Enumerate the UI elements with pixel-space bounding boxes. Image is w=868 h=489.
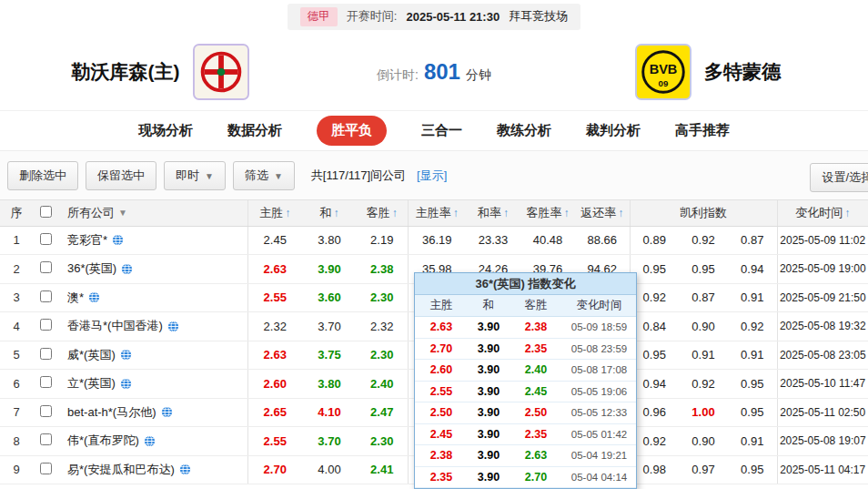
row-checkbox[interactable]: [40, 376, 52, 388]
bayer-leverkusen-logo: [193, 44, 249, 100]
row-select-cell: [33, 427, 58, 456]
settings-select-button[interactable]: 设置/选择: [810, 163, 868, 192]
keep-selected-button[interactable]: 保留选中: [86, 161, 156, 190]
home-odds[interactable]: 2.55: [247, 427, 302, 456]
sort-up-icon: ↑: [334, 207, 339, 219]
draw-odds[interactable]: 3.90: [302, 255, 357, 284]
tab-expert-recommend[interactable]: 高手推荐: [675, 122, 730, 139]
away-odds[interactable]: 2.30: [357, 283, 408, 312]
draw-odds[interactable]: 3.60: [302, 283, 357, 312]
row-checkbox[interactable]: [40, 433, 52, 445]
popup-rows: 2.63 3.90 2.38 05-09 18:59 2.70 3.90 2.3…: [415, 317, 636, 488]
col-change-time[interactable]: 变化时间↑: [777, 200, 868, 226]
countdown-unit: 分钟: [466, 67, 491, 84]
row-checkbox[interactable]: [40, 348, 52, 360]
table-header-row: 序 所有公司▼ 主胜↑ 和↑ 客胜↑ 主胜率↑ 和率↑ 客胜率↑ 返还率↑ 凯利…: [0, 200, 868, 226]
popup-row: 2.45 3.90 2.35 05-05 01:42: [415, 424, 636, 446]
col-draw-rate[interactable]: 和率↑: [466, 200, 520, 226]
home-win-rate: 36.19: [408, 226, 466, 255]
row-checkbox[interactable]: [40, 233, 52, 245]
away-odds[interactable]: 2.41: [357, 455, 408, 484]
away-odds[interactable]: 2.32: [357, 312, 408, 341]
draw-odds[interactable]: 4.00: [302, 455, 357, 484]
row-checkbox[interactable]: [40, 319, 52, 331]
company-cell[interactable]: 易*(安提瓜和巴布达): [58, 455, 247, 484]
home-odds[interactable]: 2.63: [247, 341, 302, 370]
team-header: 勒沃库森(主) 倒计时: 801 分钟 BVB: [0, 33, 868, 111]
away-odds[interactable]: 2.19: [357, 226, 408, 255]
col-draw-odds[interactable]: 和↑: [302, 200, 357, 226]
sort-up-icon: ↑: [844, 207, 850, 219]
popup-away-odds: 2.35: [510, 342, 562, 355]
company-cell[interactable]: 36*(英国): [58, 255, 247, 284]
company-cell[interactable]: 香港马*(中国香港): [58, 312, 247, 341]
filter-dropdown-icon[interactable]: ▼: [118, 208, 127, 218]
row-checkbox[interactable]: [40, 405, 52, 417]
away-odds[interactable]: 2.30: [357, 341, 408, 370]
globe-icon: [120, 378, 132, 390]
popup-home-odds: 2.35: [415, 471, 468, 484]
draw-odds[interactable]: 3.80: [302, 226, 357, 255]
tab-coach-analysis[interactable]: 教练分析: [497, 122, 551, 139]
home-odds[interactable]: 2.70: [247, 455, 302, 484]
home-odds[interactable]: 2.60: [247, 370, 302, 399]
tab-referee-analysis[interactable]: 裁判分析: [586, 122, 641, 139]
row-index: 8: [0, 427, 33, 456]
kickoff-time: 2025-05-11 21:30: [406, 10, 500, 24]
col-return-rate[interactable]: 返还率↑: [575, 200, 630, 226]
company-cell[interactable]: bet-at-h*(马尔他): [58, 398, 247, 427]
col-company[interactable]: 所有公司▼: [58, 200, 247, 226]
away-odds[interactable]: 2.38: [357, 255, 408, 284]
table-row: 1 竞彩官* 2.45 3.80 2.19 36.19 23.33 40.48 …: [0, 226, 868, 255]
popup-row: 2.50 3.90 2.50 05-05 12:33: [415, 402, 636, 424]
globe-icon: [167, 321, 179, 332]
globe-icon: [88, 291, 100, 303]
company-cell[interactable]: 威*(英国): [58, 341, 247, 370]
popup-change-time: 05-05 19:06: [562, 386, 636, 397]
globe-icon: [121, 263, 133, 275]
tab-data-analysis[interactable]: 数据分析: [227, 122, 282, 139]
filter-dropdown[interactable]: 筛选▼: [233, 161, 295, 190]
draw-odds[interactable]: 3.75: [302, 341, 357, 370]
change-time: 2025-05-11 02:50: [777, 398, 868, 427]
select-all-checkbox[interactable]: [40, 206, 52, 218]
away-odds[interactable]: 2.47: [357, 398, 408, 427]
league-badge: 德甲: [300, 7, 338, 26]
col-home-odds[interactable]: 主胜↑: [247, 200, 302, 226]
col-home-rate[interactable]: 主胜率↑: [408, 200, 466, 226]
company-cell[interactable]: 澳*: [58, 283, 247, 312]
tab-three-in-one[interactable]: 三合一: [421, 122, 462, 139]
home-odds[interactable]: 2.65: [247, 398, 302, 427]
home-odds[interactable]: 2.32: [247, 312, 302, 341]
row-index: 9: [0, 455, 33, 484]
popup-away-odds: 2.38: [510, 321, 562, 333]
company-cell[interactable]: 伟*(直布罗陀): [58, 427, 247, 456]
delete-selected-button[interactable]: 删除选中: [7, 161, 78, 190]
draw-odds[interactable]: 4.10: [302, 398, 357, 427]
away-odds[interactable]: 2.40: [357, 370, 408, 399]
chevron-down-icon: ▼: [274, 171, 283, 181]
row-checkbox[interactable]: [40, 463, 52, 474]
away-odds[interactable]: 2.30: [357, 427, 408, 456]
kelly-away: 0.91: [728, 341, 777, 370]
company-cell[interactable]: 竞彩官*: [58, 226, 247, 255]
kelly-draw: 0.90: [679, 312, 728, 341]
draw-odds[interactable]: 3.70: [302, 312, 357, 341]
col-away-rate[interactable]: 客胜率↑: [520, 200, 575, 226]
col-away-odds[interactable]: 客胜↑: [357, 200, 408, 226]
draw-odds[interactable]: 3.80: [302, 370, 357, 399]
tab-win-draw-lose[interactable]: 胜平负: [317, 116, 387, 146]
row-select-cell: [33, 283, 58, 312]
home-odds[interactable]: 2.63: [247, 255, 302, 284]
row-checkbox[interactable]: [40, 290, 52, 302]
show-link[interactable]: [显示]: [417, 168, 447, 184]
home-odds[interactable]: 2.45: [247, 226, 302, 255]
globe-icon: [120, 349, 132, 361]
instant-dropdown[interactable]: 即时▼: [164, 161, 226, 190]
draw-odds[interactable]: 3.70: [302, 427, 357, 456]
company-cell[interactable]: 立*(英国): [58, 370, 247, 399]
popup-away-odds: 2.50: [510, 406, 562, 419]
tab-live-analysis[interactable]: 现场分析: [138, 122, 193, 139]
row-checkbox[interactable]: [40, 261, 52, 273]
home-odds[interactable]: 2.55: [247, 283, 302, 312]
